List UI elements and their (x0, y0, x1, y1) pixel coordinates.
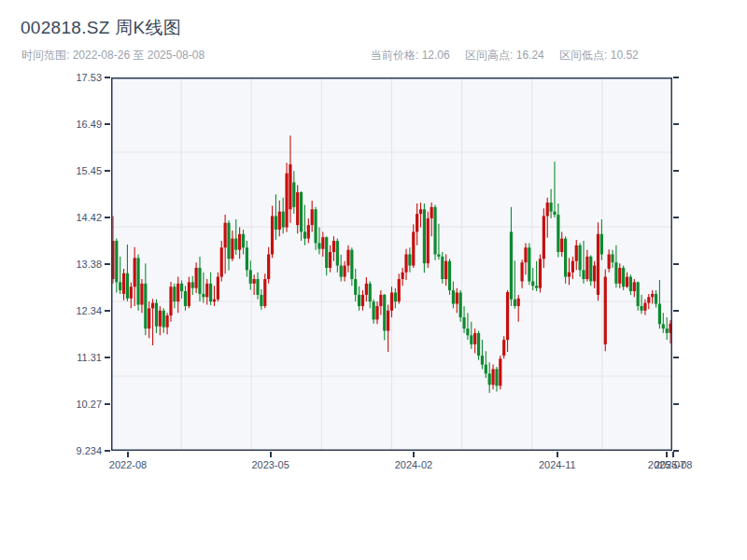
candle-body (640, 306, 642, 311)
candle-body (390, 292, 393, 310)
candle-body (126, 273, 129, 299)
candle-body (571, 261, 574, 273)
candle-body (531, 281, 534, 286)
candle (361, 290, 364, 311)
candle (340, 255, 343, 281)
candle-body (311, 209, 314, 225)
candle (346, 245, 349, 273)
candle (448, 259, 451, 295)
candle (622, 266, 625, 291)
candle-body (289, 164, 291, 209)
candle-body (600, 234, 603, 255)
candle-body (130, 287, 133, 299)
candle (188, 277, 190, 309)
candle-body (375, 306, 378, 319)
candle-body (444, 261, 447, 279)
y-axis-label: 10.27 (76, 399, 102, 410)
candle-body (217, 277, 219, 300)
candle-body (564, 239, 567, 277)
candle-body (593, 266, 596, 282)
candle-body (151, 303, 154, 309)
candle (300, 191, 303, 241)
candle-body (387, 311, 389, 331)
x-axis-tick (666, 452, 668, 457)
x-axis-tick (557, 452, 558, 457)
y-axis-tick (673, 310, 679, 312)
candle (383, 294, 386, 341)
candle (289, 135, 291, 223)
candle (658, 280, 661, 329)
candle-body (162, 311, 165, 328)
y-axis-tick (105, 170, 110, 172)
x-axis-tick (672, 452, 674, 457)
candle-body (423, 209, 426, 263)
candle (535, 261, 538, 291)
candle-body (546, 203, 549, 216)
current-price-stat: 当前价格: 12.06 (371, 49, 450, 62)
y-axis-tick (105, 403, 110, 405)
candle (271, 205, 274, 258)
candle-body (373, 301, 375, 319)
candle (441, 252, 444, 284)
page-title: 002818.SZ 周K线图 (21, 16, 181, 40)
x-axis-label: 2022-08 (109, 459, 147, 470)
y-axis-label: 11.31 (77, 352, 102, 363)
candle-body (517, 299, 520, 306)
candle (514, 260, 516, 309)
chart-plot-area: 17.5316.4915.4514.4213.3812.3411.3110.27… (111, 77, 672, 451)
candle (585, 250, 588, 282)
candle (256, 273, 259, 300)
candle (317, 228, 320, 255)
candle-body (282, 212, 285, 228)
candle (191, 276, 194, 295)
candle-body (614, 262, 617, 284)
candle (579, 243, 582, 276)
candle (510, 207, 513, 306)
y-axis-label: 17.53 (76, 72, 102, 83)
candle-body (224, 223, 227, 248)
y-axis-tick (673, 217, 679, 218)
y-axis-tick (105, 123, 110, 125)
candle-body (647, 297, 650, 302)
candle (456, 288, 458, 314)
candle (499, 356, 501, 389)
candle-body (419, 209, 422, 214)
candle (473, 329, 476, 354)
candle-body (195, 268, 198, 288)
candle (162, 308, 165, 333)
candle (564, 236, 567, 284)
candle-body (488, 373, 491, 385)
candle-body (662, 324, 665, 329)
candle (217, 273, 219, 301)
candle (553, 161, 556, 217)
candle-body (462, 317, 465, 329)
candle (550, 189, 553, 218)
candle (640, 295, 642, 314)
candle-body (666, 329, 669, 333)
candle (303, 204, 306, 245)
candle-body (144, 284, 147, 329)
candle (136, 254, 139, 310)
candle-body (350, 250, 353, 279)
candle (151, 299, 154, 345)
candle (470, 322, 472, 349)
candle-body (611, 254, 613, 262)
candle-body (452, 290, 455, 303)
candle-body (332, 241, 335, 252)
candle-body (173, 287, 176, 301)
candle (647, 294, 650, 309)
candle (253, 274, 256, 295)
candle-body (658, 304, 661, 325)
candle-body (329, 252, 331, 268)
candle (198, 257, 201, 301)
candle-body (238, 234, 241, 250)
candle (560, 231, 563, 257)
y-axis-tick (105, 310, 110, 312)
candle-body (491, 369, 494, 385)
candle-body (585, 257, 588, 279)
candle (285, 163, 288, 232)
candle (488, 362, 491, 393)
candle-body (575, 245, 578, 261)
candle-body (184, 291, 187, 306)
y-axis-label: 14.42 (76, 212, 102, 223)
